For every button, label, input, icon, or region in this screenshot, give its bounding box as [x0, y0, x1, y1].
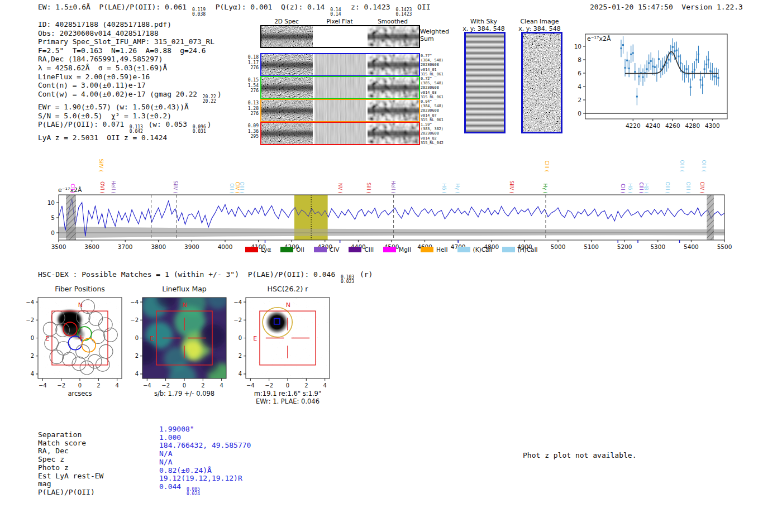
row-right-value: 0.94" — [421, 99, 444, 104]
row-right-value: (384, 548) — [421, 104, 444, 108]
col-header-2d-spec: 2D Spec — [261, 18, 312, 25]
match-table-labels: SeparationMatch scoreRA, DecSpec zPhoto … — [38, 431, 103, 497]
match-row-label: Spec z — [38, 456, 103, 464]
match-row-value: 1.000 — [159, 434, 251, 442]
row-right-value: 315_RL_061 — [421, 95, 444, 99]
texture-noisy — [261, 54, 313, 75]
svg-text:−2: −2 — [233, 317, 242, 323]
twod-cell-noisy — [261, 54, 313, 75]
svg-text:4: 4 — [239, 371, 242, 377]
svg-text:N: N — [183, 301, 187, 309]
em-label-oiii: OIII ( — [679, 160, 685, 172]
svg-text:6: 6 — [578, 70, 581, 76]
svg-text:s/b: 1.79 +/- 0.098: s/b: 1.79 +/- 0.098 — [154, 390, 214, 397]
em-label-cii: CII ( — [70, 184, 75, 194]
svg-text:4240: 4240 — [645, 122, 660, 129]
texture-smooth — [368, 54, 419, 75]
legend-item-oii: OII — [280, 246, 304, 253]
info-line: LyA z = 2.5031 OII z = 0.1424 — [38, 133, 222, 142]
stacked-fraction: 0.1130.042 — [130, 126, 143, 133]
twod-cell-smooth — [368, 123, 419, 144]
row-right-value: 20230608 — [421, 108, 444, 113]
fiber-positions-panel: NE−44−22002−24−4Fiber Positionsarcsecs — [22, 282, 134, 410]
texture-noisy — [261, 100, 313, 121]
row-left-value: 1.36 — [247, 129, 259, 135]
svg-text:5: 5 — [51, 214, 55, 221]
legend-item-heii: HeII — [421, 246, 448, 253]
svg-text:arcsecs: arcsecs — [68, 390, 92, 397]
twod-row-left-labels: 0.091.36295 — [247, 123, 259, 140]
twod-cell-noisy — [261, 77, 313, 98]
svg-text:N: N — [286, 301, 290, 309]
legend-label: Lyα — [261, 246, 271, 253]
svg-text:−2: −2 — [265, 382, 273, 389]
svg-text:10: 10 — [574, 43, 581, 50]
em-label-h: Hγ ( — [542, 184, 548, 194]
svg-text:−2: −2 — [26, 317, 34, 323]
row-left-value: 0.13 — [247, 100, 259, 106]
row-left-value: 276 — [247, 111, 259, 117]
row-right-value: 20230608 — [421, 63, 444, 67]
with-sky-image — [464, 32, 506, 133]
row-left-value: 0.18 — [247, 55, 259, 60]
em-label-h: Hβ ( — [643, 183, 649, 194]
em-label-ovi: OVI ( — [99, 181, 105, 194]
stacked-fraction: 0.1190.038 — [192, 9, 206, 16]
svg-text:−4: −4 — [130, 299, 139, 305]
em-label-heii: HeII ( — [111, 180, 116, 194]
legend-swatch — [457, 247, 470, 252]
svg-text:4: 4 — [220, 382, 223, 389]
row-left-value: 276 — [247, 88, 259, 94]
timestamp-version: 2025-01-20 15:47:50 Version 1.22.3 — [590, 3, 743, 11]
svg-text:4300: 4300 — [705, 122, 720, 129]
svg-text:−4: −4 — [246, 382, 255, 389]
row-right-value: 315_RL_061 — [421, 72, 444, 76]
svg-text:E: E — [253, 335, 257, 342]
twod-cell-smooth — [368, 54, 419, 75]
info-line: Cont(n) = 3.00(±0.11)e-17 — [38, 81, 222, 90]
row-left-value: 0.15 — [247, 78, 259, 83]
hsc-dex-match-line: HSC-DEX : Possible Matches = 1 (within +… — [38, 270, 373, 284]
svg-text:2: 2 — [201, 382, 204, 389]
svg-text:2: 2 — [135, 353, 139, 359]
texture-smooth — [368, 100, 419, 121]
match-row-label: RA, Dec — [38, 447, 103, 456]
svg-text:2: 2 — [304, 382, 308, 389]
em-label-civ: CIV ( — [699, 182, 705, 194]
svg-text:E: E — [150, 335, 154, 342]
twod-row-left-labels: 0.151.54276 — [247, 78, 259, 94]
row-right-value: 315_RL_042 — [421, 141, 444, 145]
svg-text:m:19.1 re:1.6" s:1.9": m:19.1 re:1.6" s:1.9" — [254, 390, 321, 397]
detection-info-block: ID: 4028517188 (4028517188.pdf)Obs: 2023… — [38, 20, 222, 142]
twod-row-right-labels: 0.72"(385, 548)20230608v014_03315_RL_061 — [421, 76, 444, 99]
legend-item-hcaii: (H)CaII — [502, 246, 538, 253]
legend-swatch — [314, 247, 327, 252]
svg-text:0: 0 — [286, 382, 289, 389]
fit-unit-label: e⁻¹⁷x2Å — [587, 35, 611, 42]
legend-swatch — [280, 247, 293, 252]
row-left-value: 295 — [247, 134, 259, 140]
twod-cell-smooth — [368, 77, 419, 98]
svg-text:10: 10 — [47, 199, 55, 206]
svg-text:N: N — [78, 301, 83, 309]
twod-spec-row — [260, 53, 420, 76]
twod-spec-row — [260, 122, 420, 145]
svg-text:0: 0 — [78, 382, 82, 389]
texture-flat — [314, 100, 366, 121]
elixer-report-page: EW: 1.5±0.6Å P(LAE)/P(OII): 0.061 0.1190… — [0, 0, 782, 532]
twod-cell-noisy — [261, 26, 313, 47]
svg-text:E: E — [45, 335, 49, 342]
info-line: Obs: 20230608v014_4028517188 — [38, 29, 222, 38]
texture-smooth — [368, 123, 419, 144]
em-label-nv: NV ( — [337, 183, 343, 194]
svg-text:4280: 4280 — [685, 122, 700, 129]
match-row-value: N/A — [159, 450, 251, 458]
match-row-label: Match score — [38, 439, 103, 448]
row-right-value: 0.72" — [421, 76, 444, 81]
texture-noisy — [261, 77, 313, 98]
legend-swatch — [349, 247, 361, 252]
legend-item-mgii: MgII — [383, 246, 411, 253]
svg-text:2: 2 — [239, 353, 242, 359]
info-line: F=2.5" T=0.163 N=1.26 A=0.88 g=24.6 — [38, 46, 222, 55]
svg-text:4: 4 — [31, 371, 34, 377]
